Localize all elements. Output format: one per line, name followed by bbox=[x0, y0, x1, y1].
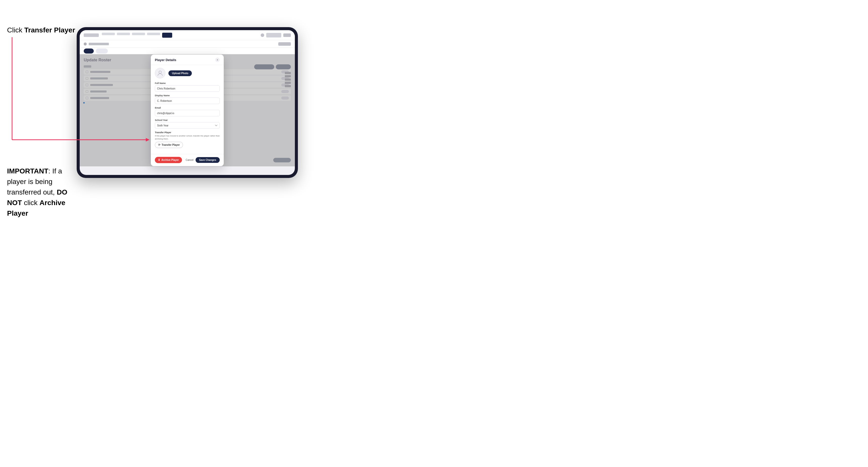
transfer-description: If this player has moved to another scho… bbox=[155, 134, 220, 140]
email-group: Email bbox=[155, 106, 220, 116]
full-name-input[interactable] bbox=[155, 85, 220, 92]
modal-overlay: Player Details × bbox=[80, 54, 295, 166]
modal-close-button[interactable]: × bbox=[215, 58, 220, 62]
click-instruction: Click Transfer Player bbox=[7, 25, 78, 35]
transfer-btn-label: Transfer Player bbox=[162, 144, 180, 146]
header-btn-1[interactable] bbox=[266, 33, 281, 37]
app-header bbox=[80, 30, 295, 40]
archive-icon: ⬇ bbox=[158, 158, 160, 162]
archive-player-button[interactable]: ⬇ Archive Player bbox=[155, 157, 182, 163]
tab-active[interactable] bbox=[84, 49, 94, 54]
app-logo bbox=[84, 33, 99, 37]
display-name-group: Display Name bbox=[155, 94, 220, 104]
sub-header-icon bbox=[84, 42, 87, 45]
modal-title: Player Details bbox=[155, 58, 176, 62]
modal-dialog: Player Details × bbox=[151, 55, 224, 166]
person-icon bbox=[158, 70, 163, 76]
nav-active[interactable] bbox=[162, 33, 172, 38]
modal-header: Player Details × bbox=[151, 55, 224, 65]
sub-header bbox=[80, 40, 295, 48]
user-avatar bbox=[261, 33, 264, 37]
nav-dashboard[interactable] bbox=[102, 33, 115, 35]
full-name-group: Full Name bbox=[155, 82, 220, 92]
header-btn-2[interactable] bbox=[283, 33, 291, 37]
important-instruction: IMPORTANT: If a player is being transfer… bbox=[7, 156, 78, 219]
upload-photo-button[interactable]: Upload Photo bbox=[168, 70, 192, 76]
sub-header-right-btn[interactable] bbox=[278, 42, 291, 46]
nav-tournaments[interactable] bbox=[117, 33, 130, 35]
transfer-section-title: Transfer Player bbox=[155, 131, 220, 134]
email-label: Email bbox=[155, 106, 220, 109]
main-content: Update Roster bbox=[80, 54, 295, 166]
tab-1[interactable] bbox=[96, 49, 108, 54]
avatar-circle bbox=[155, 68, 165, 79]
svg-point-3 bbox=[159, 71, 161, 73]
school-year-select[interactable]: Sixth Year First Year Second Year Third … bbox=[155, 122, 220, 129]
footer-right: Cancel Save Changes bbox=[186, 157, 220, 163]
content-tabs bbox=[80, 48, 295, 54]
display-name-label: Display Name bbox=[155, 94, 220, 97]
transfer-icon: ⟳ bbox=[158, 143, 160, 147]
email-input[interactable] bbox=[155, 110, 220, 116]
modal-footer: ⬇ Archive Player Cancel Save Changes bbox=[151, 154, 224, 166]
transfer-player-button[interactable]: ⟳ Transfer Player bbox=[155, 142, 183, 148]
transfer-section: Transfer Player If this player has moved… bbox=[155, 131, 220, 148]
app-nav bbox=[102, 33, 258, 38]
avatar-section: Upload Photo bbox=[155, 68, 220, 79]
tablet-screen: Update Roster bbox=[80, 30, 295, 175]
sub-header-text bbox=[89, 43, 109, 45]
school-year-label: School Year bbox=[155, 119, 220, 121]
instruction-area: Click Transfer Player bbox=[7, 25, 78, 42]
app-header-right bbox=[261, 33, 291, 37]
school-year-group: School Year Sixth Year First Year Second… bbox=[155, 119, 220, 129]
full-name-label: Full Name bbox=[155, 82, 220, 85]
cancel-button[interactable]: Cancel bbox=[186, 159, 193, 161]
save-changes-button[interactable]: Save Changes bbox=[195, 157, 220, 163]
tablet-device: Update Roster bbox=[77, 27, 298, 178]
display-name-input[interactable] bbox=[155, 97, 220, 104]
nav-teams[interactable] bbox=[132, 33, 145, 35]
nav-schedule[interactable] bbox=[147, 33, 160, 35]
archive-btn-label: Archive Player bbox=[161, 159, 179, 161]
modal-body: Upload Photo Full Name Display Name bbox=[151, 65, 224, 154]
